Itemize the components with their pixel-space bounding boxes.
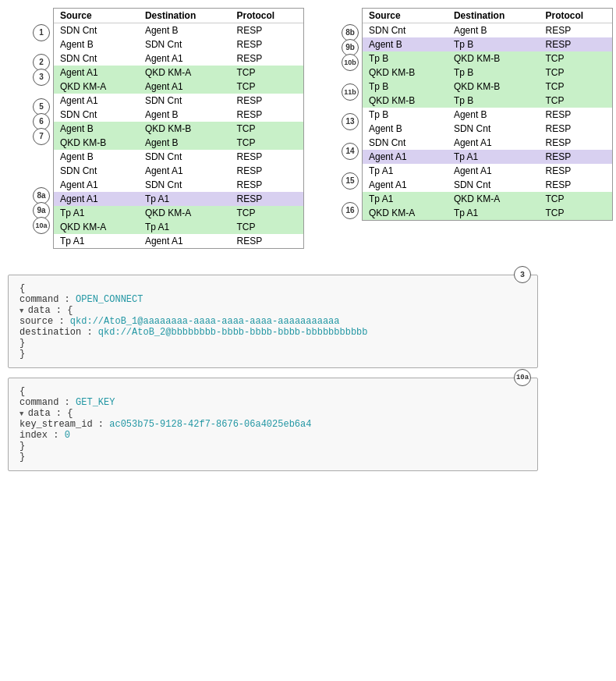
right-table-header: Source [363,9,448,23]
table-row: Tp BQKD KM-BTCP [363,80,612,94]
cell-dest: QKD KM-B [448,80,540,94]
cell-source: SDN Cnt [363,23,448,38]
table-row: SDN CntAgent BRESP [363,23,612,38]
cell-proto: RESP [539,164,612,178]
cell-source: QKD KM-B [363,94,448,108]
cell-source: QKD KM-A [54,220,139,234]
cell-dest: SDN Cnt [139,94,231,108]
cell-source: SDN Cnt [54,23,139,38]
table-row: QKD KM-ATp A1TCP [54,220,303,234]
json-line: source : qkd://AtoB_1@aaaaaaaa-aaaa-aaaa… [19,316,526,327]
cell-proto: RESP [230,178,303,192]
json-key: command [19,397,58,408]
cell-proto: RESP [230,192,303,206]
cell-proto: RESP [230,164,303,178]
cell-dest: Agent A1 [139,51,231,66]
cell-dest: Agent B [448,108,540,122]
cell-proto: TCP [539,206,612,220]
right-table-header: Protocol [539,9,612,23]
cell-source: Agent A1 [54,94,139,108]
cell-source: QKD KM-B [363,66,448,80]
table-row: Tp BAgent BRESP [363,108,612,122]
row-label-16: 16 [342,202,359,219]
cell-dest: QKD KM-B [139,122,231,136]
json-key: source [19,316,53,327]
row-label-1: 1 [33,24,50,41]
cell-dest: QKD KM-B [448,51,540,66]
json-line: ▼ data : { [19,408,526,419]
json-line: } [19,441,526,452]
left-table-header: Destination [139,9,231,23]
table-row: Tp A1QKD KM-ATCP [54,206,303,220]
table-row: Agent BSDN CntRESP [54,37,303,51]
cell-proto: TCP [230,206,303,220]
json-value: qkd://AtoB_2@bbbbbbbb-bbbb-bbbb-bbbb-bbb… [98,327,368,338]
left-table-header: Source [54,9,139,23]
cell-source: SDN Cnt [363,136,448,150]
cell-proto: RESP [230,108,303,122]
cell-dest: Tp B [448,66,540,80]
cell-source: Agent B [363,37,448,51]
cell-dest: QKD KM-A [139,206,231,220]
cell-proto: RESP [539,150,612,164]
json-key: command [19,294,58,305]
left-table: SourceDestinationProtocolSDN CntAgent BR… [54,9,303,248]
json-line: } [19,338,526,349]
table-row: Agent BSDN CntRESP [54,150,303,164]
cell-dest: Agent B [139,108,231,122]
cell-source: Tp A1 [363,164,448,178]
json-box-3-badge: 3 [514,266,531,283]
cell-source: Agent B [363,122,448,136]
table-row: Agent A1SDN CntRESP [54,178,303,192]
row-label-13: 13 [342,113,359,130]
cell-source: Agent A1 [363,150,448,164]
table-row: SDN CntAgent A1RESP [363,136,612,150]
table-row: Tp A1Agent A1RESP [54,234,303,248]
row-label-7: 7 [33,128,50,145]
cell-source: QKD KM-B [54,136,139,150]
left-table-labels-col: 1235678a9a10a [31,8,51,262]
row-label-3: 3 [33,69,50,86]
cell-source: QKD KM-A [363,206,448,220]
table-row: Agent BTp BRESP [363,37,612,51]
cell-source: Agent A1 [54,178,139,192]
left-table-wrap: 1235678a9a10aSourceDestinationProtocolSD… [31,8,304,262]
cell-proto: RESP [230,23,303,38]
table-row: QKD KM-AAgent A1TCP [54,80,303,94]
json-line: ▼ data : { [19,305,526,316]
json-key: key_stream_id [19,419,93,430]
json-key: index [19,430,48,441]
row-label-15: 15 [342,172,359,190]
table-row: Tp BQKD KM-BTCP [363,51,612,66]
cell-source: Tp A1 [54,206,139,220]
cell-proto: RESP [539,136,612,150]
table-row: QKD KM-BTp BTCP [363,94,612,108]
table-row: SDN CntAgent BRESP [54,108,303,122]
cell-dest: Agent A1 [448,136,540,150]
cell-source: Tp A1 [363,192,448,206]
json-line: command : OPEN_CONNECT [19,294,526,305]
left-table-container: SourceDestinationProtocolSDN CntAgent BR… [53,8,304,249]
cell-dest: Tp A1 [139,192,231,206]
right-table-wrap: 8b9b10b11b13141516SourceDestinationProto… [340,8,613,262]
table-row: Agent BQKD KM-BTCP [54,122,303,136]
cell-proto: RESP [230,94,303,108]
cell-dest: Agent A1 [139,164,231,178]
right-table-header: Destination [448,9,540,23]
json-value: OPEN_CONNECT [76,294,143,305]
cell-dest: Agent B [448,23,540,38]
cell-source: Agent A1 [54,192,139,206]
cell-dest: Agent B [139,136,231,150]
cell-source: Tp B [363,51,448,66]
right-table: SourceDestinationProtocolSDN CntAgent BR… [363,9,612,220]
cell-dest: Agent B [139,23,231,38]
right-table-container: SourceDestinationProtocolSDN CntAgent BR… [362,8,613,221]
cell-proto: TCP [230,136,303,150]
left-table-outer: 1235678a9a10aSourceDestinationProtocolSD… [53,8,304,262]
row-label-10b: 10b [342,54,359,71]
cell-dest: QKD KM-A [448,192,540,206]
cell-source: SDN Cnt [54,51,139,66]
cell-proto: RESP [230,37,303,51]
row-label-14: 14 [342,143,359,160]
cell-proto: RESP [230,150,303,164]
